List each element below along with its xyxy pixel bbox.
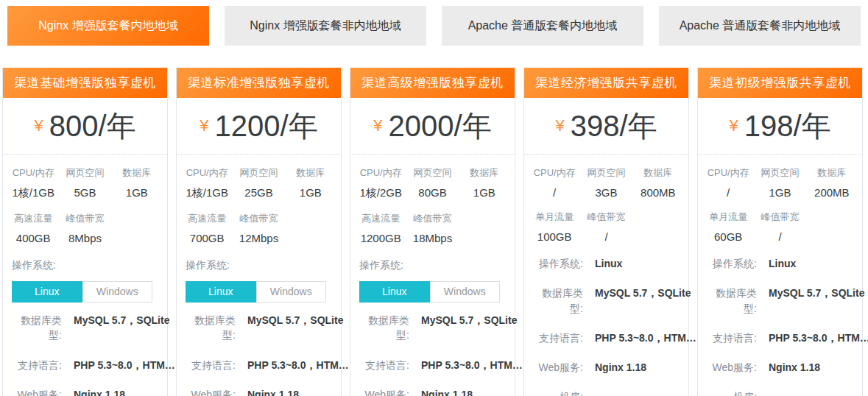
currency-symbol: ¥	[200, 116, 208, 135]
price: ¥ 398 /年	[524, 98, 688, 155]
plan-title: 渠道基础增强版独享虚机	[3, 68, 167, 98]
spec-bandwidth: 峰值带宽/	[754, 211, 805, 243]
detail-datacenter: 机房:	[707, 389, 856, 396]
plan-card-entry: 渠道初级增强版共享虚机 ¥ 198 /年 CPU/内存/ 网页空间1GB 数据库…	[697, 68, 863, 396]
detail-datacenter: 机房:	[533, 389, 682, 396]
currency-symbol: ¥	[555, 116, 564, 135]
os-selector: 操作系统: Linux Windows	[350, 247, 515, 303]
os-label: 操作系统:	[359, 259, 506, 272]
spec-grid: CPU/内存1核/1GB 网页空间25GB 数据库1GB 高速流量700GB 峰…	[177, 155, 341, 247]
spec-cpu: CPU/内存1核/2GB	[355, 166, 406, 200]
os-option-linux[interactable]: Linux	[186, 281, 256, 303]
spec-database: 数据库800MB	[632, 166, 684, 199]
os-selector: 操作系统: Linux Windows	[3, 247, 167, 303]
price-amount: 800	[49, 110, 99, 143]
plan-card-advanced: 渠道高级增强版独享虚机 ¥ 2000 /年 CPU/内存1核/2GB 网页空间8…	[350, 68, 515, 396]
plan-tabs: Nginx 增强版套餐内地地域 Nginx 增强版套餐非内地地域 Apache …	[0, 0, 868, 46]
price: ¥ 1200 /年	[177, 98, 341, 155]
spec-webspace: 网页空间3GB	[580, 166, 632, 199]
price-unit: /年	[793, 106, 830, 146]
spec-grid: CPU/内存1核/1GB 网页空间5GB 数据库1GB 高速流量400GB 峰值…	[3, 155, 167, 247]
detail-web-server: Web服务:Nginx 1.18	[359, 387, 509, 396]
detail-list: 操作系统:Linux 数据库类型:MySQL 5.7，SQLite 支持语言:P…	[698, 246, 862, 396]
spec-webspace: 网页空间25GB	[233, 166, 284, 200]
detail-web-server: Web服务:Nginx 1.18	[186, 387, 335, 396]
price: ¥ 198 /年	[698, 98, 862, 155]
price-amount: 1200	[215, 110, 280, 143]
price-unit: /年	[454, 106, 492, 146]
spec-cpu: CPU/内存/	[529, 166, 580, 199]
spec-grid: CPU/内存/ 网页空间1GB 数据库200MB 单月流量60GB 峰值带宽/	[698, 155, 862, 246]
price-amount: 198	[744, 110, 794, 143]
price: ¥ 800 /年	[3, 98, 167, 155]
detail-web-server: Web服务:Nginx 1.18	[707, 360, 856, 375]
spec-bandwidth: 峰值带宽12Mbps	[233, 212, 284, 244]
spec-grid: CPU/内存/ 网页空间3GB 数据库800MB 单月流量100GB 峰值带宽/	[524, 155, 688, 246]
detail-web-server: Web服务:Nginx 1.18	[533, 360, 682, 375]
spec-traffic: 单月流量100GB	[529, 211, 580, 243]
os-label: 操作系统:	[12, 259, 158, 272]
detail-languages: 支持语言:PHP 5.3~8.0，HTM…	[12, 358, 161, 372]
spec-database: 数据库1GB	[111, 166, 163, 200]
spec-webspace: 网页空间80GB	[406, 166, 458, 200]
spec-traffic: 单月流量60GB	[702, 211, 754, 243]
price-unit: /年	[280, 106, 318, 146]
detail-web-server: Web服务:Nginx 1.18	[12, 387, 161, 396]
tab-apache-basic-non-mainland[interactable]: Apache 普通版套餐非内地地域	[659, 6, 861, 46]
currency-symbol: ¥	[729, 116, 738, 135]
spec-traffic: 高速流量700GB	[181, 212, 233, 244]
os-toggle: Linux Windows	[359, 281, 500, 303]
price-amount: 2000	[389, 110, 454, 143]
os-option-windows[interactable]: Windows	[82, 281, 153, 303]
tab-apache-basic-mainland[interactable]: Apache 普通版套餐内地地域	[442, 6, 643, 46]
detail-db-type: 数据库类型:MySQL 5.7，SQLite	[12, 313, 161, 343]
detail-db-type: 数据库类型:MySQL 5.7，SQLite	[533, 286, 682, 316]
tab-nginx-enhanced-mainland[interactable]: Nginx 增强版套餐内地地域	[7, 6, 209, 46]
spec-grid: CPU/内存1核/2GB 网页空间80GB 数据库1GB 高速流量1200GB …	[350, 155, 515, 247]
detail-list: 数据库类型:MySQL 5.7，SQLite 支持语言:PHP 5.3~8.0，…	[3, 303, 167, 396]
detail-languages: 支持语言:PHP 5.3~8.0，HTM…	[533, 330, 682, 345]
plan-card-list: 渠道基础增强版独享虚机 ¥ 800 /年 CPU/内存1核/1GB 网页空间5G…	[0, 68, 868, 396]
tab-nginx-enhanced-non-mainland[interactable]: Nginx 增强版套餐非内地地域	[225, 6, 426, 46]
spec-database: 数据库200MB	[806, 166, 858, 199]
spec-cpu: CPU/内存/	[702, 166, 754, 199]
detail-os: 操作系统:Linux	[533, 256, 682, 271]
spec-bandwidth: 峰值带宽18Mbps	[406, 212, 458, 244]
price: ¥ 2000 /年	[350, 98, 515, 155]
spec-bandwidth: 峰值带宽8Mbps	[59, 212, 110, 244]
detail-db-type: 数据库类型:MySQL 5.7，SQLite	[359, 313, 509, 343]
spec-webspace: 网页空间5GB	[59, 166, 110, 200]
detail-languages: 支持语言:PHP 5.3~8.0，HTM…	[707, 330, 856, 345]
price-amount: 398	[571, 110, 620, 143]
spec-webspace: 网页空间1GB	[754, 166, 805, 199]
os-option-linux[interactable]: Linux	[359, 281, 430, 303]
os-option-linux[interactable]: Linux	[12, 281, 82, 303]
os-option-windows[interactable]: Windows	[430, 281, 501, 303]
currency-symbol: ¥	[34, 116, 43, 135]
currency-symbol: ¥	[373, 116, 382, 135]
detail-list: 操作系统:Linux 数据库类型:MySQL 5.7，SQLite 支持语言:P…	[524, 246, 688, 396]
detail-languages: 支持语言:PHP 5.3~8.0，HTM…	[359, 358, 509, 372]
plan-title: 渠道高级增强版独享虚机	[350, 68, 515, 98]
os-option-windows[interactable]: Windows	[256, 281, 327, 303]
spec-cpu: CPU/内存1核/1GB	[181, 166, 233, 200]
os-toggle: Linux Windows	[186, 281, 326, 303]
detail-os: 操作系统:Linux	[707, 256, 856, 271]
detail-db-type: 数据库类型:MySQL 5.7，SQLite	[186, 313, 335, 343]
spec-cpu: CPU/内存1核/1GB	[7, 166, 59, 200]
spec-traffic: 高速流量400GB	[7, 212, 59, 244]
price-unit: /年	[619, 106, 657, 146]
detail-db-type: 数据库类型:MySQL 5.7，SQLite	[707, 286, 856, 316]
detail-list: 数据库类型:MySQL 5.7，SQLite 支持语言:PHP 5.3~8.0，…	[350, 303, 515, 396]
spec-traffic: 高速流量1200GB	[355, 212, 406, 244]
plan-card-standard: 渠道标准增强版独享虚机 ¥ 1200 /年 CPU/内存1核/1GB 网页空间2…	[176, 68, 342, 396]
spec-database: 数据库1GB	[459, 166, 510, 200]
plan-title: 渠道初级增强版共享虚机	[698, 68, 862, 98]
os-toggle: Linux Windows	[12, 281, 152, 303]
plan-title: 渠道标准增强版独享虚机	[177, 68, 341, 98]
spec-bandwidth: 峰值带宽/	[580, 211, 632, 243]
os-label: 操作系统:	[186, 259, 332, 272]
os-selector: 操作系统: Linux Windows	[177, 247, 341, 303]
plan-title: 渠道经济增强版共享虚机	[524, 68, 688, 98]
detail-list: 数据库类型:MySQL 5.7，SQLite 支持语言:PHP 5.3~8.0，…	[177, 303, 341, 396]
